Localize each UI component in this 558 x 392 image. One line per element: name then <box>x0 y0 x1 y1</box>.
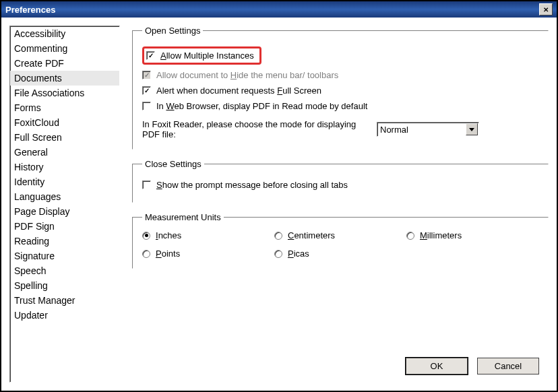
sidebar-item-general[interactable]: General <box>10 145 119 160</box>
radio-icon <box>142 232 150 240</box>
sidebar-item-signature[interactable]: Signature <box>10 249 119 263</box>
radio-label: Centimeters <box>288 230 335 240</box>
cancel-button[interactable]: Cancel <box>477 358 539 374</box>
allow-multiple-row: ✓ Allow Multiple Instances <box>142 44 538 67</box>
sidebar-item-history[interactable]: History <box>10 160 119 174</box>
unit-radio-centimeters[interactable]: Centimeters <box>274 230 406 240</box>
sidebar-item-commenting[interactable]: Commenting <box>10 41 119 56</box>
alert-fullscreen-label: Alert when document requests Full Screen <box>156 86 321 96</box>
chevron-down-icon <box>466 123 478 135</box>
measurement-units-legend: Measurement Units <box>142 212 224 222</box>
unit-radio-inches[interactable]: Inches <box>142 230 274 240</box>
titlebar: Preferences ✕ <box>1 1 557 18</box>
sidebar-item-identity[interactable]: Identity <box>10 174 119 189</box>
sidebar-item-forms[interactable]: Forms <box>10 100 119 115</box>
display-mode-row: In Foxit Reader, please choose the mode … <box>142 119 538 139</box>
content-area: AccessibilityCommentingCreate PDFDocumen… <box>1 18 557 391</box>
display-mode-dropdown[interactable]: Normal <box>377 122 479 137</box>
open-settings-group: Open Settings ✓ Allow Multiple Instances… <box>132 26 549 150</box>
alert-fullscreen-row: ✓ Alert when document requests Full Scre… <box>142 83 538 98</box>
main-panel: Open Settings ✓ Allow Multiple Instances… <box>132 26 549 383</box>
sidebar-item-full-screen[interactable]: Full Screen <box>10 130 119 145</box>
units-radio-grid: InchesCentimetersMillimetersPointsPicas <box>142 230 538 259</box>
sidebar-item-spelling[interactable]: Spelling <box>10 278 119 293</box>
radio-label: Picas <box>288 249 309 259</box>
sidebar-item-languages[interactable]: Languages <box>10 189 119 204</box>
window-title: Preferences <box>5 5 55 15</box>
display-mode-label: In Foxit Reader, please choose the mode … <box>142 119 371 139</box>
radio-label: Inches <box>156 230 181 240</box>
dialog-buttons: OK Cancel <box>406 358 539 374</box>
sidebar-item-file-associations[interactable]: File Associations <box>10 86 119 100</box>
allow-hide-menu-label: Allow document to Hide the menu bar/ too… <box>156 70 338 80</box>
web-browser-checkbox[interactable] <box>142 102 151 110</box>
open-settings-legend: Open Settings <box>142 26 203 36</box>
show-prompt-checkbox[interactable] <box>142 181 151 189</box>
sidebar-item-trust-manager[interactable]: Trust Manager <box>10 293 119 308</box>
radio-icon <box>274 250 282 258</box>
radio-icon <box>406 232 414 240</box>
unit-radio-points[interactable]: Points <box>142 249 274 259</box>
unit-radio-millimeters[interactable]: Millimeters <box>406 230 538 240</box>
sidebar-item-page-display[interactable]: Page Display <box>10 204 119 219</box>
ok-button[interactable]: OK <box>406 358 468 374</box>
preferences-window: Preferences ✕ AccessibilityCommentingCre… <box>0 0 558 392</box>
close-button[interactable]: ✕ <box>539 3 553 15</box>
radio-icon <box>142 250 150 258</box>
allow-multiple-label: Allow Multiple Instances <box>160 51 254 61</box>
radio-label: Points <box>156 249 180 259</box>
sidebar-item-speech[interactable]: Speech <box>10 263 119 278</box>
show-prompt-label: Show the prompt message before closing a… <box>156 180 348 190</box>
web-browser-row: In Web Browser, display PDF in Read mode… <box>142 98 538 114</box>
unit-radio-picas[interactable]: Picas <box>274 249 406 259</box>
sidebar-item-pdf-sign[interactable]: PDF Sign <box>10 219 119 234</box>
radio-icon <box>274 232 282 240</box>
radio-label: Millimeters <box>420 230 462 240</box>
sidebar-item-create-pdf[interactable]: Create PDF <box>10 56 119 71</box>
sidebar-item-reading[interactable]: Reading <box>10 234 119 249</box>
allow-multiple-highlight: ✓ Allow Multiple Instances <box>142 46 261 65</box>
display-mode-value: Normal <box>377 125 465 135</box>
allow-multiple-checkbox[interactable]: ✓ <box>146 51 155 60</box>
category-sidebar: AccessibilityCommentingCreate PDFDocumen… <box>9 26 120 383</box>
sidebar-item-foxitcloud[interactable]: FoxitCloud <box>10 115 119 130</box>
allow-hide-menu-row: ✓ Allow document to Hide the menu bar/ t… <box>142 67 538 83</box>
close-settings-group: Close Settings Show the prompt message b… <box>132 159 549 203</box>
close-settings-legend: Close Settings <box>142 159 204 169</box>
sidebar-item-documents[interactable]: Documents <box>10 71 119 86</box>
measurement-units-group: Measurement Units InchesCentimetersMilli… <box>132 212 549 269</box>
sidebar-item-accessibility[interactable]: Accessibility <box>10 26 119 41</box>
sidebar-item-updater[interactable]: Updater <box>10 308 119 323</box>
alert-fullscreen-checkbox[interactable]: ✓ <box>142 86 151 95</box>
web-browser-label: In Web Browser, display PDF in Read mode… <box>156 101 367 111</box>
allow-hide-menu-checkbox: ✓ <box>142 71 151 79</box>
show-prompt-row: Show the prompt message before closing a… <box>142 177 538 193</box>
